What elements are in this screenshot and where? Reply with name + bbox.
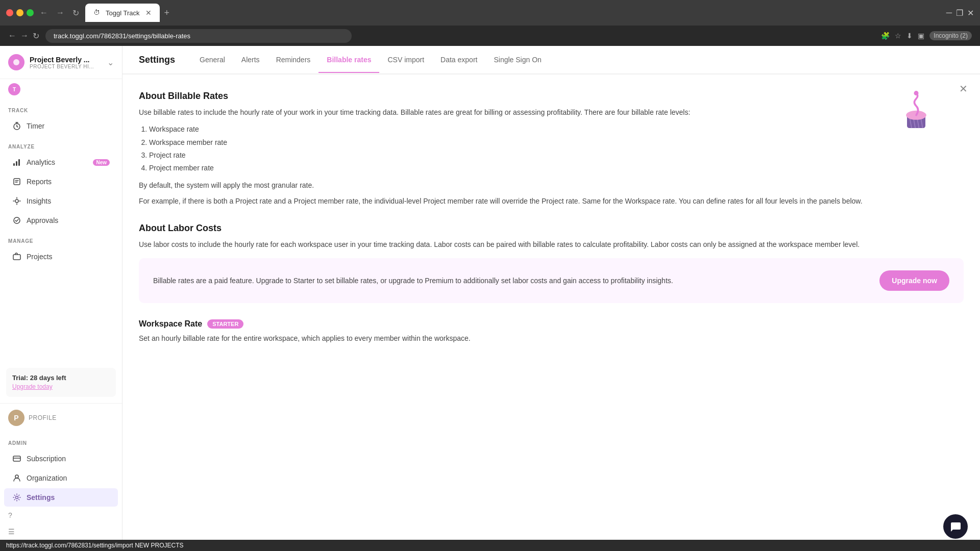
admin-section-label: ADMIN xyxy=(0,432,122,449)
restore-btn[interactable]: ❐ xyxy=(956,8,963,18)
tab-csv-import[interactable]: CSV import xyxy=(379,47,432,73)
profile-label: PROFILE xyxy=(29,414,57,421)
new-tab-btn[interactable]: + xyxy=(164,8,169,18)
tab-bar: ⏱ Toggl Track ✕ + xyxy=(85,4,942,22)
rate-item-3: Project member rate xyxy=(149,162,964,174)
forward-nav-btn[interactable]: → xyxy=(20,31,29,40)
tab-alerts[interactable]: Alerts xyxy=(233,47,268,73)
status-url: https://track.toggl.com/7862831/settings… xyxy=(6,542,183,549)
settings-title: Settings xyxy=(139,55,175,65)
analytics-icon xyxy=(12,158,21,167)
active-tab[interactable]: ⏱ Toggl Track ✕ xyxy=(85,4,160,22)
settings-label: Settings xyxy=(27,493,110,502)
upgrade-now-btn[interactable]: Upgrade now xyxy=(879,270,949,291)
upgrade-box: Billable rates are a paid feature. Upgra… xyxy=(139,258,964,303)
organization-icon xyxy=(12,473,21,483)
about-billable-section: About Billable Rates Use billable rates … xyxy=(139,91,964,207)
main-content: Settings General Alerts Reminders Billab… xyxy=(122,46,980,540)
minimize-btn[interactable]: ─ xyxy=(946,8,952,18)
os-window-controls: ─ ❐ ✕ xyxy=(946,8,974,18)
insights-icon xyxy=(12,196,21,206)
tab-navigation: General Alerts Reminders Billable rates … xyxy=(191,47,550,72)
close-page-btn[interactable]: ✕ xyxy=(959,83,968,95)
svg-rect-4 xyxy=(18,159,20,166)
screen-icon: ▣ xyxy=(918,32,924,40)
rate-levels-list: Workspace rate Workspace member rate Pro… xyxy=(149,123,964,174)
workspace-rate-section: Workspace Rate STARTER Set an hourly bil… xyxy=(139,319,964,344)
logo xyxy=(8,54,24,70)
svg-rect-9 xyxy=(13,456,20,461)
sidebar-item-approvals[interactable]: Approvals xyxy=(4,211,118,230)
approvals-icon xyxy=(12,216,21,225)
sidebar-item-organization[interactable]: Organization xyxy=(4,469,118,487)
help-btn[interactable]: ? xyxy=(0,507,122,523)
reports-label: Reports xyxy=(27,178,110,186)
tab-billable-rates[interactable]: Billable rates xyxy=(318,47,379,73)
collapse-sidebar-btn[interactable]: ☰ xyxy=(0,523,122,540)
tab-general[interactable]: General xyxy=(191,47,233,73)
chat-btn[interactable] xyxy=(943,514,968,539)
back-nav-btn[interactable]: ← xyxy=(8,31,16,40)
address-bar: ← → ↻ track.toggl.com/7862831/settings/b… xyxy=(0,26,980,46)
svg-rect-3 xyxy=(16,161,17,166)
sidebar-item-projects[interactable]: Projects xyxy=(4,247,118,266)
page-content: ✕ About Billable Rates Use bil xyxy=(122,74,980,540)
rate-item-0: Workspace rate xyxy=(149,123,964,136)
close-window-btn[interactable] xyxy=(6,9,13,16)
subscription-icon xyxy=(12,454,21,463)
starter-badge: STARTER xyxy=(207,319,243,329)
sidebar-item-timer[interactable]: Timer xyxy=(4,117,118,135)
subscription-label: Subscription xyxy=(27,455,110,463)
sidebar-item-settings[interactable]: Settings xyxy=(4,488,118,507)
tab-single-sign-on[interactable]: Single Sign On xyxy=(485,47,549,73)
reload-btn[interactable]: ↻ xyxy=(33,31,39,41)
about-labor-section: About Labor Costs Use labor costs to inc… xyxy=(139,223,964,303)
upgrade-today-link[interactable]: Upgrade today xyxy=(12,383,53,390)
url-input[interactable]: track.toggl.com/7862831/settings/billabl… xyxy=(45,29,352,43)
example-text: For example, if there is both a Project … xyxy=(139,195,964,207)
default-text: By default, the system will apply the mo… xyxy=(139,180,964,191)
secondary-nav: T xyxy=(0,79,122,99)
refresh-btn[interactable]: ↻ xyxy=(70,6,81,20)
about-labor-description: Use labor costs to include the hourly ra… xyxy=(139,239,964,250)
nav-controls: ← → ↻ xyxy=(8,31,39,41)
bookmark-icon: ☆ xyxy=(895,32,901,40)
about-billable-description: Use billable rates to include the hourly… xyxy=(139,107,964,118)
about-labor-title: About Labor Costs xyxy=(139,223,964,234)
tab-favicon: ⏱ xyxy=(93,9,102,17)
svg-point-0 xyxy=(13,59,19,65)
sidebar-item-reports[interactable]: Reports xyxy=(4,172,118,191)
rate-item-2: Project rate xyxy=(149,149,964,162)
timer-icon xyxy=(12,121,21,131)
workspace-name: Project Beverly ... xyxy=(30,56,102,64)
analytics-new-badge: New xyxy=(93,159,110,166)
timer-label: Timer xyxy=(27,122,110,130)
projects-label: Projects xyxy=(27,253,110,261)
back-btn[interactable]: ← xyxy=(38,6,50,19)
maximize-window-btn[interactable] xyxy=(27,9,34,16)
chat-icon xyxy=(950,521,961,532)
sidebar-item-insights[interactable]: Insights xyxy=(4,192,118,210)
sidebar-item-subscription[interactable]: Subscription xyxy=(4,449,118,468)
tab-data-export[interactable]: Data export xyxy=(432,47,485,73)
tab-reminders[interactable]: Reminders xyxy=(268,47,319,73)
tab-close-btn[interactable]: ✕ xyxy=(145,9,152,17)
forward-btn[interactable]: → xyxy=(54,6,66,19)
profile-area[interactable]: P PROFILE xyxy=(0,403,122,432)
close-btn[interactable]: ✕ xyxy=(967,8,974,18)
app-container: Project Beverly ... PROJECT BEVERLY HI..… xyxy=(0,46,980,540)
workspace-rate-description: Set an hourly billable rate for the enti… xyxy=(139,333,964,344)
workspace-sub: PROJECT BEVERLY HI... xyxy=(30,64,102,69)
workspace-chevron-icon[interactable]: ⌄ xyxy=(107,58,114,67)
upgrade-text: Billable rates are a paid feature. Upgra… xyxy=(153,275,867,286)
settings-tabs-bar: Settings General Alerts Reminders Billab… xyxy=(122,46,980,74)
sidebar-item-analytics[interactable]: Analytics New xyxy=(4,153,118,171)
collapse-icon: ☰ xyxy=(8,528,15,536)
projects-icon xyxy=(12,252,21,261)
minimize-window-btn[interactable] xyxy=(16,9,23,16)
rate-item-1: Workspace member rate xyxy=(149,136,964,149)
incognito-badge: Incognito (2) xyxy=(929,31,972,40)
reports-icon xyxy=(12,177,21,186)
svg-rect-2 xyxy=(13,163,15,166)
analyze-section-label: ANALYZE xyxy=(0,136,122,153)
